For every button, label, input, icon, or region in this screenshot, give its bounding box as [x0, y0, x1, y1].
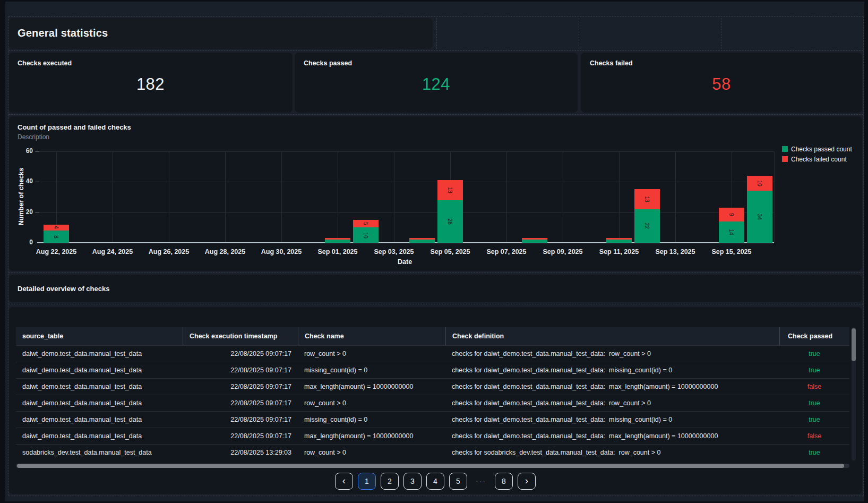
bar-chart: 0204060Aug 22, 2025Aug 24, 2025Aug 26, 2… — [8, 116, 862, 271]
chart-legend: Checks passed countChecks failed count — [782, 144, 852, 164]
table-cell: max_length(amount) = 10000000000 — [298, 379, 445, 395]
column-header-source-table[interactable]: source_table — [16, 327, 183, 345]
grid-line — [436, 18, 437, 49]
table-cell: daiwt_demo.test_data.manual_test_data — [16, 395, 183, 411]
bar-segment-failed[interactable] — [325, 238, 350, 240]
bar-segment-failed[interactable]: 10 — [747, 176, 772, 191]
checks-table: source_table Check execution timestamp C… — [16, 327, 849, 461]
bar-segment-passed[interactable]: 8 — [44, 231, 69, 243]
y-axis-tick-label: 0 — [17, 238, 33, 246]
x-axis-title: Date — [398, 258, 412, 266]
bar-value-label: 34 — [757, 214, 763, 220]
bar-value-label: 13 — [447, 187, 453, 193]
plot-right-border — [774, 151, 775, 243]
x-gridline — [619, 151, 620, 243]
bar-segment-passed[interactable]: 10 — [353, 227, 379, 243]
x-gridline — [281, 151, 282, 243]
page-button-1[interactable]: 1 — [358, 473, 376, 490]
table-body: daiwt_demo.test_data.manual_test_data22/… — [16, 345, 849, 461]
table-cell: 22/08/2025 09:07:17 — [183, 346, 298, 362]
bar-value-label: 22 — [644, 223, 650, 229]
page-button-8[interactable]: 8 — [495, 473, 513, 490]
table-cell: daiwt_demo.test_data.manual_test_data — [16, 412, 183, 428]
bar-value-label: 13 — [644, 196, 650, 202]
y-axis-tick-mark — [35, 151, 39, 152]
page-button-2[interactable]: 2 — [381, 473, 399, 490]
table-row: daiwt_demo.test_data.manual_test_data22/… — [16, 411, 849, 428]
y-axis-tick-mark — [35, 212, 39, 213]
stat-label: Checks executed — [18, 59, 72, 67]
y-axis-tick-label: 60 — [17, 147, 33, 155]
bar-segment-failed[interactable] — [522, 238, 547, 240]
bar-value-label: 10 — [757, 180, 763, 186]
legend-item[interactable]: Checks failed count — [782, 154, 852, 164]
x-axis-tick-label: Sep 03, 2025 — [365, 248, 423, 255]
page-button-4[interactable]: 4 — [426, 473, 444, 490]
x-gridline — [169, 151, 169, 243]
y-gridline — [37, 212, 774, 213]
page-button-3[interactable]: 3 — [403, 473, 422, 490]
bar-segment-passed[interactable] — [522, 240, 547, 243]
legend-swatch — [782, 146, 788, 152]
previous-page-button[interactable]: ‹ — [335, 473, 353, 490]
grid-line — [8, 50, 863, 51]
stat-card-checks-executed: Checks executed 182 — [8, 53, 293, 113]
x-axis-line — [37, 242, 774, 243]
table-cell: missing_count(id) = 0 — [298, 362, 445, 378]
bar-segment-passed[interactable]: 28 — [437, 200, 463, 243]
x-axis-tick-label: Aug 24, 2025 — [83, 248, 142, 255]
bar-segment-failed[interactable]: 9 — [719, 208, 744, 221]
stat-label: Checks failed — [590, 59, 633, 67]
horizontal-scrollbar[interactable] — [16, 464, 849, 468]
bar-value-label: 28 — [447, 218, 453, 225]
vertical-scrollbar-thumb[interactable] — [852, 328, 856, 361]
table-cell: true — [779, 412, 849, 428]
column-header-timestamp[interactable]: Check execution timestamp — [183, 327, 298, 345]
bar-segment-passed[interactable] — [409, 240, 435, 243]
horizontal-scrollbar-thumb[interactable] — [17, 464, 844, 468]
table-cell: 22/08/2025 09:07:17 — [183, 412, 298, 428]
legend-label: Checks failed count — [791, 156, 847, 163]
bar-segment-failed[interactable]: 5 — [353, 220, 379, 227]
x-gridline — [563, 151, 563, 243]
bar-segment-passed[interactable]: 34 — [747, 191, 772, 243]
next-page-button[interactable]: › — [518, 473, 536, 490]
table-widget: source_table Check execution timestamp C… — [8, 307, 862, 494]
stat-value: 124 — [295, 75, 578, 94]
bar-segment-passed[interactable]: 22 — [634, 209, 660, 243]
column-header-check-name[interactable]: Check name — [298, 327, 445, 345]
x-axis-tick-label: Sep 09, 2025 — [534, 248, 592, 255]
x-axis-tick-label: Sep 11, 2025 — [590, 248, 648, 255]
x-axis-tick-label: Sep 07, 2025 — [477, 248, 536, 255]
table-cell: max_length(amount) = 10000000000 — [298, 428, 445, 444]
x-gridline — [113, 151, 113, 243]
y-gridline — [37, 151, 774, 152]
table-cell: 22/08/2025 09:07:17 — [183, 428, 298, 444]
column-header-check-passed[interactable]: Check passed — [779, 327, 849, 345]
table-cell: checks for daiwt_demo.test_data.manual_t… — [445, 379, 779, 395]
vertical-scrollbar[interactable] — [852, 327, 856, 461]
bar-segment-failed[interactable]: 13 — [437, 180, 463, 200]
table-cell: row_count > 0 — [298, 395, 445, 411]
grid-line — [8, 16, 863, 17]
table-row: daiwt_demo.test_data.manual_test_data22/… — [16, 395, 849, 411]
table-cell: daiwt_demo.test_data.manual_test_data — [16, 379, 183, 395]
grid-line — [721, 18, 721, 49]
bar-segment-failed[interactable] — [409, 238, 435, 240]
bar-segment-failed[interactable]: 13 — [634, 189, 660, 209]
bar-segment-failed[interactable]: 4 — [44, 225, 69, 231]
x-gridline — [338, 151, 338, 243]
x-axis-tick-label: Sep 15, 2025 — [702, 248, 761, 255]
legend-item[interactable]: Checks passed count — [782, 144, 852, 154]
table-header-row: source_table Check execution timestamp C… — [16, 327, 849, 345]
page-button-5[interactable]: 5 — [449, 473, 467, 490]
bar-segment-passed[interactable]: 14 — [719, 221, 744, 243]
bar-segment-passed[interactable] — [606, 240, 632, 243]
table-cell: missing_count(id) = 0 — [298, 412, 445, 428]
bar-segment-passed[interactable] — [325, 240, 350, 243]
bar-segment-failed[interactable] — [606, 238, 632, 240]
table-cell: checks for sodabricks_dev.test_data.manu… — [445, 445, 779, 461]
table-cell: true — [779, 346, 849, 362]
column-header-check-definition[interactable]: Check definition — [445, 327, 779, 345]
grid-line — [8, 496, 863, 496]
